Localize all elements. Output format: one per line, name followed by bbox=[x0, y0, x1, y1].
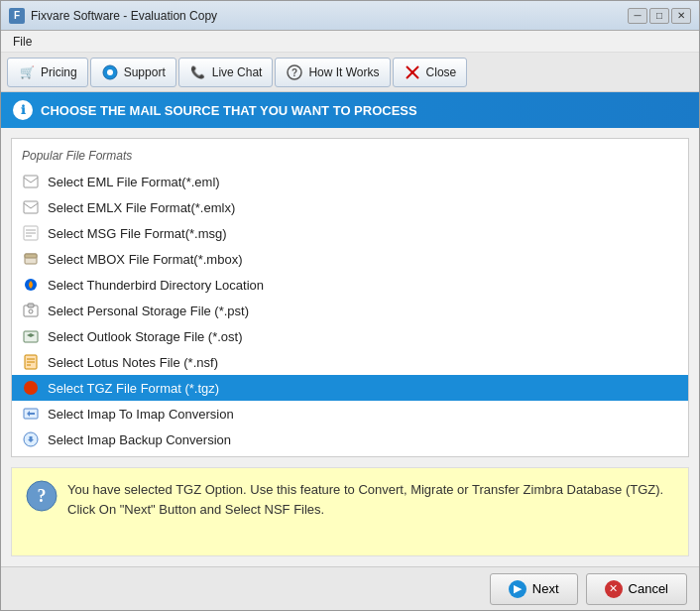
window-controls: ─ □ ✕ bbox=[628, 8, 691, 24]
file-item-thunderbird[interactable]: Select Thunderbird Directory Location bbox=[12, 272, 688, 298]
app-icon: F bbox=[9, 8, 25, 24]
file-item-imap-backup[interactable]: Select Imap Backup Conversion bbox=[12, 427, 688, 452]
eml-icon bbox=[22, 173, 40, 190]
section-icon: ℹ bbox=[13, 100, 33, 120]
main-content: Popular File Formats Select EML File For… bbox=[1, 128, 699, 566]
file-item-eml[interactable]: Select EML File Format(*.eml) bbox=[12, 169, 688, 194]
section-title: CHOOSE THE MAIL SOURCE THAT YOU WANT TO … bbox=[41, 103, 417, 118]
file-list-container[interactable]: Popular File Formats Select EML File For… bbox=[11, 138, 689, 457]
next-button[interactable]: ▶ Next bbox=[490, 573, 578, 605]
file-item-pst[interactable]: Select Personal Storage File (*.pst) bbox=[12, 298, 688, 323]
file-item-imap-convert[interactable]: Select Imap To Imap Conversion bbox=[12, 401, 688, 427]
svg-rect-6 bbox=[24, 176, 38, 187]
pricing-label: Pricing bbox=[41, 65, 77, 79]
close-button[interactable]: ✕ bbox=[671, 8, 691, 24]
eml-label: Select EML File Format(*.eml) bbox=[48, 175, 220, 189]
info-question-icon: ? bbox=[26, 480, 58, 512]
svg-point-1 bbox=[107, 69, 113, 75]
section-header: ℹ CHOOSE THE MAIL SOURCE THAT YOU WANT T… bbox=[1, 92, 699, 128]
pst-icon bbox=[22, 302, 40, 319]
pricing-icon: 🛒 bbox=[18, 63, 36, 81]
maximize-button[interactable]: □ bbox=[649, 8, 669, 24]
tgz-label: Select TGZ File Format (*.tgz) bbox=[48, 381, 219, 396]
toolbar-close-label: Close bbox=[426, 65, 457, 79]
emlx-label: Select EMLX File Format(*.emlx) bbox=[48, 200, 235, 215]
imap-backup-label: Select Imap Backup Conversion bbox=[48, 432, 231, 447]
menu-bar: File bbox=[1, 31, 699, 53]
mbox-label: Select MBOX File Format(*.mbox) bbox=[48, 252, 243, 267]
imap-backup-icon bbox=[22, 430, 40, 448]
next-label: Next bbox=[532, 581, 559, 596]
cancel-btn-icon: ✕ bbox=[605, 580, 623, 598]
pricing-button[interactable]: 🛒 Pricing bbox=[7, 58, 88, 87]
file-item-mbox[interactable]: Select MBOX File Format(*.mbox) bbox=[12, 246, 688, 272]
svg-point-23 bbox=[24, 381, 38, 395]
msg-label: Select MSG File Format(*.msg) bbox=[48, 226, 227, 241]
imap-convert-icon bbox=[22, 405, 40, 423]
howitworks-label: How It Works bbox=[308, 65, 379, 79]
cancel-label: Cancel bbox=[629, 581, 668, 596]
cancel-button[interactable]: ✕ Cancel bbox=[586, 573, 687, 605]
file-item-nsf[interactable]: Select Lotus Notes File (*.nsf) bbox=[12, 349, 688, 375]
toolbar-close-icon bbox=[404, 63, 421, 81]
ost-label: Select Outlook Storage File (*.ost) bbox=[48, 329, 243, 344]
livechat-label: Live Chat bbox=[212, 65, 263, 79]
file-item-emlx[interactable]: Select EMLX File Format(*.emlx) bbox=[12, 194, 688, 220]
tgz-icon bbox=[22, 379, 40, 397]
svg-rect-7 bbox=[24, 201, 38, 213]
toolbar: 🛒 Pricing Support 📞 Live Chat ? How It W… bbox=[1, 53, 699, 92]
window-title: Fixvare Software - Evaluation Copy bbox=[31, 9, 628, 23]
minimize-button[interactable]: ─ bbox=[628, 8, 647, 24]
livechat-button[interactable]: 📞 Live Chat bbox=[178, 58, 274, 87]
file-item-msg[interactable]: Select MSG File Format(*.msg) bbox=[12, 220, 688, 246]
file-menu[interactable]: File bbox=[5, 33, 40, 51]
pst-label: Select Personal Storage File (*.pst) bbox=[48, 304, 249, 318]
info-box: ? You have selected TGZ Option. Use this… bbox=[11, 467, 689, 556]
nsf-icon bbox=[22, 353, 40, 371]
title-bar: F Fixvare Software - Evaluation Copy ─ □… bbox=[1, 1, 699, 31]
support-button[interactable]: Support bbox=[90, 58, 176, 87]
toolbar-close-button[interactable]: Close bbox=[393, 58, 468, 87]
support-label: Support bbox=[124, 65, 166, 79]
footer: ▶ Next ✕ Cancel bbox=[1, 566, 699, 610]
info-text: You have selected TGZ Option. Use this f… bbox=[67, 480, 674, 519]
msg-icon bbox=[22, 224, 40, 242]
file-item-tgz[interactable]: Select TGZ File Format (*.tgz) bbox=[12, 375, 688, 401]
popular-label: Popular File Formats bbox=[12, 147, 688, 169]
emlx-icon bbox=[22, 198, 40, 216]
howitworks-button[interactable]: ? How It Works bbox=[275, 58, 390, 87]
file-item-ost[interactable]: Select Outlook Storage File (*.ost) bbox=[12, 323, 688, 349]
svg-rect-13 bbox=[25, 254, 37, 258]
support-icon bbox=[101, 63, 119, 81]
svg-text:?: ? bbox=[292, 67, 297, 78]
ost-icon bbox=[22, 327, 40, 345]
mbox-icon bbox=[22, 250, 40, 268]
svg-text:?: ? bbox=[38, 486, 47, 506]
nsf-label: Select Lotus Notes File (*.nsf) bbox=[48, 355, 218, 370]
svg-rect-16 bbox=[28, 304, 34, 307]
main-window: F Fixvare Software - Evaluation Copy ─ □… bbox=[0, 0, 700, 611]
next-btn-icon: ▶ bbox=[509, 580, 526, 598]
livechat-icon: 📞 bbox=[189, 63, 207, 81]
thunderbird-icon bbox=[22, 276, 40, 294]
howitworks-icon: ? bbox=[286, 63, 303, 81]
thunderbird-label: Select Thunderbird Directory Location bbox=[48, 278, 264, 293]
imap-convert-label: Select Imap To Imap Conversion bbox=[48, 407, 234, 422]
